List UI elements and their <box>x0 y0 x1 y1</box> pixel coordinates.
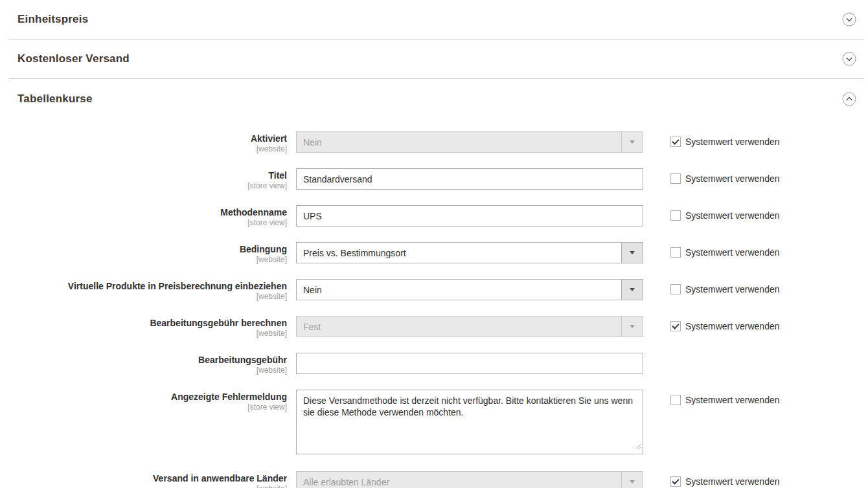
field-scope: [store view] <box>0 218 287 228</box>
caret-down-icon <box>630 288 635 291</box>
field-label: Virtuelle Produkte in Preisberechnung ei… <box>0 279 296 302</box>
field-row-bearbeitungsgebuehr-berechnen: Bearbeitungsgebühr berechnen [website] F… <box>0 316 868 338</box>
field-label-text: Angezeigte Fehlermeldung <box>0 392 287 403</box>
field-scope: [store view] <box>0 403 287 412</box>
use-system-value-checkbox[interactable] <box>670 321 681 331</box>
field-label: Bearbeitungsgebühr berechnen [website] <box>0 316 296 338</box>
use-system-value-label: Systemwert verwenden <box>685 247 780 258</box>
section-title: Kostenloser Versand <box>17 52 130 65</box>
use-system-value-checkbox[interactable] <box>670 210 681 221</box>
section-header-kostenloser-versand[interactable]: Kostenloser Versand <box>9 39 863 79</box>
field-row-aktiviert: Aktiviert [website] Nein Systemwert verw… <box>0 131 868 154</box>
section-kostenloser-versand: Kostenloser Versand <box>0 39 868 79</box>
field-row-anwendbare-laender: Versand in anwendbare Länder [website] A… <box>0 471 868 488</box>
field-label-text: Bearbeitungsgebühr <box>0 355 287 366</box>
field-scope: [website] <box>0 329 287 338</box>
field-scope: [website] <box>0 292 287 302</box>
field-scope: [website] <box>0 255 287 265</box>
caret-down-icon <box>630 480 635 483</box>
caret-down-icon <box>630 325 635 328</box>
section-einheitspreis: Einheitspreis <box>0 0 868 39</box>
field-scope: [website] <box>0 144 287 154</box>
field-label: Versand in anwendbare Länder [website] <box>0 471 296 488</box>
field-label-text: Virtuelle Produkte in Preisberechnung ei… <box>0 281 287 292</box>
select-arrow-box <box>621 316 643 337</box>
use-system-value-label: Systemwert verwenden <box>685 173 780 184</box>
field-label: Angezeigte Fehlermeldung [store view] <box>0 390 296 412</box>
use-system-value-label: Systemwert verwenden <box>685 284 780 294</box>
chevron-down-icon[interactable] <box>842 52 856 66</box>
chevron-down-icon[interactable] <box>842 12 856 27</box>
use-system-value-checkbox[interactable] <box>670 137 681 147</box>
use-system-value-checkbox[interactable] <box>670 476 681 487</box>
methodenname-input[interactable] <box>296 205 643 227</box>
section-title: Einheitspreis <box>17 13 88 26</box>
chevron-up-icon[interactable] <box>842 92 856 106</box>
shipping-methods-config-page: Einheitspreis Kostenloser Versand Tabell <box>0 0 868 488</box>
field-label-text: Aktiviert <box>0 133 287 144</box>
use-system-value-label: Systemwert verwenden <box>685 395 780 405</box>
field-row-methodenname: Methodenname [store view] Systemwert ver… <box>0 205 868 228</box>
tabellenkurse-form: Aktiviert [website] Nein Systemwert verw… <box>0 118 868 488</box>
field-label: Aktiviert [website] <box>0 131 296 154</box>
section-header-tabellenkurse[interactable]: Tabellenkurse <box>9 79 863 118</box>
field-label: Bedingung [website] <box>0 242 296 265</box>
bearbeitungsgebuehr-berechnen-select: Fest <box>296 316 643 337</box>
caret-down-icon <box>630 140 635 144</box>
field-label-text: Versand in anwendbare Länder <box>0 473 287 484</box>
field-row-titel: Titel [store view] Systemwert verwenden <box>0 168 868 191</box>
field-label-text: Bearbeitungsgebühr berechnen <box>0 318 287 329</box>
use-system-value-label: Systemwert verwenden <box>685 321 780 331</box>
select-arrow-box <box>621 472 643 488</box>
bearbeitungsgebuehr-input[interactable] <box>296 353 643 374</box>
field-row-bedingung: Bedingung [website] Preis vs. Bestimmung… <box>0 242 868 265</box>
select-value: Preis vs. Bestimmungsort <box>297 243 621 263</box>
field-scope: [store view] <box>0 181 287 191</box>
use-system-value-checkbox[interactable] <box>670 284 681 294</box>
use-system-value-checkbox[interactable] <box>670 247 681 258</box>
field-row-fehlermeldung: Angezeigte Fehlermeldung [store view] Di… <box>0 390 868 454</box>
fehlermeldung-textarea[interactable]: Diese Versandmethode ist derzeit nicht v… <box>296 390 643 454</box>
select-arrow-box[interactable] <box>621 243 643 263</box>
use-system-value-label: Systemwert verwenden <box>685 137 780 147</box>
anwendbare-laender-select: Alle erlaubten Länder <box>296 471 643 488</box>
bedingung-select[interactable]: Preis vs. Bestimmungsort <box>296 242 643 263</box>
select-value: Fest <box>297 316 621 337</box>
use-system-value-checkbox[interactable] <box>670 395 681 405</box>
use-system-value-label: Systemwert verwenden <box>685 476 780 487</box>
fehlermeldung-text: Diese Versandmethode ist derzeit nicht v… <box>303 395 633 417</box>
field-label-text: Methodenname <box>0 207 287 218</box>
select-arrow-box[interactable] <box>621 280 643 300</box>
section-title: Tabellenkurse <box>17 93 93 105</box>
virtuelle-produkte-select[interactable]: Nein <box>296 279 643 300</box>
select-value: Nein <box>297 280 621 300</box>
select-value: Nein <box>297 132 621 152</box>
field-label: Bearbeitungsgebühr [website] <box>0 353 296 375</box>
caret-down-icon <box>630 251 635 254</box>
select-value: Alle erlaubten Länder <box>297 472 621 488</box>
field-label: Methodenname [store view] <box>0 205 296 228</box>
field-label: Titel [store view] <box>0 168 296 191</box>
field-row-virtuelle-produkte: Virtuelle Produkte in Preisberechnung ei… <box>0 279 868 302</box>
use-system-value-label: Systemwert verwenden <box>685 210 780 221</box>
section-header-einheitspreis[interactable]: Einheitspreis <box>9 0 863 39</box>
field-row-bearbeitungsgebuehr: Bearbeitungsgebühr [website] <box>0 353 868 375</box>
select-arrow-box <box>621 132 643 152</box>
aktiviert-select: Nein <box>296 131 643 153</box>
titel-input[interactable] <box>296 168 643 190</box>
field-label-text: Titel <box>0 170 287 181</box>
section-tabellenkurse: Tabellenkurse Aktiviert [website] Nein <box>0 79 868 488</box>
use-system-value-checkbox[interactable] <box>670 173 681 184</box>
resize-handle-icon[interactable] <box>635 441 641 452</box>
field-scope: [website] <box>0 484 287 488</box>
field-scope: [website] <box>0 366 287 375</box>
field-label-text: Bedingung <box>0 244 287 255</box>
